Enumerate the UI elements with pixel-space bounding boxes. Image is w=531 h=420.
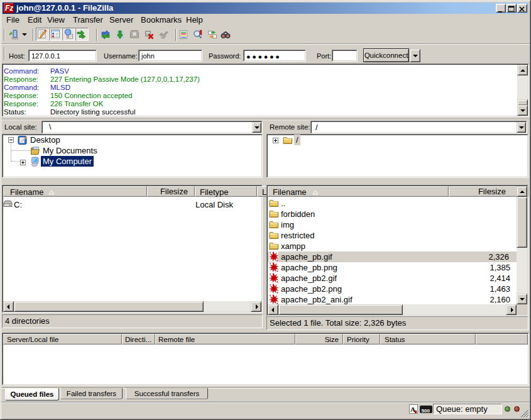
svg-text:A: A	[410, 406, 415, 413]
svg-text:500: 500	[422, 408, 430, 414]
svg-text:Fz: Fz	[5, 4, 13, 13]
